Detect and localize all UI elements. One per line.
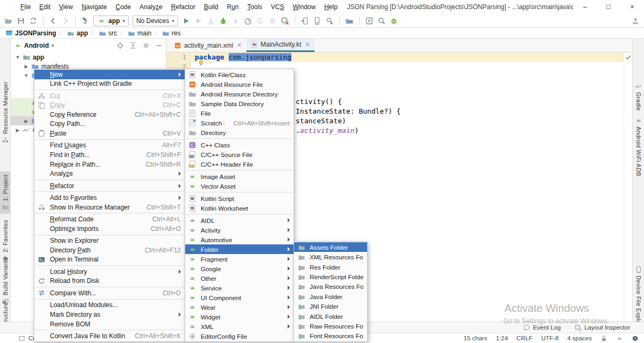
menu-view[interactable]: View — [55, 0, 77, 14]
status-item-15-chars[interactable]: 15 chars — [464, 335, 487, 341]
layout-inspector-tab[interactable]: Layout Inspector — [575, 324, 630, 331]
menu-item-local-history[interactable]: Local History — [34, 267, 185, 277]
menu-item-file[interactable]: File — [185, 108, 294, 118]
save-all-icon[interactable] — [17, 17, 25, 25]
hide-icon[interactable] — [155, 42, 163, 49]
locate-icon[interactable] — [116, 42, 124, 49]
menu-item-kotlin-file-class[interactable]: Kotlin File/Class — [185, 70, 294, 79]
menu-item-aidl-folder[interactable]: AIDL Folder — [294, 311, 367, 321]
tool-window-tab-gradle[interactable]: Gradle — [633, 83, 644, 111]
menu-item-java-folder[interactable]: Java Folder — [294, 292, 367, 301]
menu-item-xml[interactable]: XML — [185, 322, 294, 331]
menu-item-folder[interactable]: Folder — [185, 244, 294, 254]
menu-item-android-resource-file[interactable]: <>Android Resource File — [185, 79, 294, 89]
menu-item-android-resource-directory[interactable]: Android Resource Directory — [185, 89, 294, 99]
gradle-sync-icon[interactable] — [281, 17, 289, 25]
back-icon[interactable] — [49, 17, 57, 25]
menu-item-show-in-explorer[interactable]: Show in Explorer — [34, 236, 185, 246]
open-file-icon[interactable] — [4, 17, 13, 25]
menu-item-assets-folder[interactable]: Assets Folder — [294, 242, 367, 252]
search-everywhere-icon[interactable] — [377, 17, 386, 25]
menu-item-c-class[interactable]: CC++ Class — [185, 140, 294, 150]
tool-window-tab-2-favorites[interactable]: 2: Favorites — [0, 220, 10, 262]
menu-refactor[interactable]: Refactor — [167, 0, 200, 14]
user-icon[interactable] — [631, 17, 640, 25]
build-hammer-icon[interactable] — [81, 17, 90, 25]
menu-item-convert-java-file-to-kotlin-file[interactable]: Convert Java File to Kotlin FileCtrl+Alt… — [34, 331, 185, 341]
menu-item-renderscript-folder[interactable]: RenderScript Folder — [294, 272, 367, 281]
menu-vcs[interactable]: VCS — [267, 0, 289, 14]
menu-item-open-in-terminal[interactable]: Open in Terminal — [34, 255, 185, 265]
menu-item-find-in-path[interactable]: Find in Path...Ctrl+Shift+F — [34, 150, 185, 160]
menu-item-activity[interactable]: Activity — [185, 225, 294, 235]
collapse-all-icon[interactable] — [129, 42, 137, 49]
menu-item-wear[interactable]: Wear — [185, 302, 294, 312]
close-tab-icon[interactable]: ✕ — [237, 42, 241, 49]
chevron-right-icon[interactable]: ▶ — [15, 128, 20, 133]
menu-code[interactable]: Code — [111, 0, 135, 14]
menu-file[interactable]: File — [16, 0, 35, 14]
menu-item-optimize-imports[interactable]: Optimize ImportsCtrl+Alt+O — [34, 224, 185, 234]
project-view-selector[interactable]: Android — [24, 42, 49, 49]
tool-window-tab-android-wifi-adb[interactable]: Android WiFi ADB — [633, 117, 644, 176]
attach-debugger-icon[interactable] — [231, 17, 240, 25]
breadcrumb-item-jsonparsing[interactable]: JSONParsing — [5, 29, 56, 37]
device-selector[interactable]: No Devices▾ — [133, 16, 178, 26]
tree-item-app[interactable]: ▼app — [11, 53, 166, 62]
menu-item-paste[interactable]: PasteCtrl+V — [34, 129, 185, 138]
menu-item-copy-reference[interactable]: Copy ReferenceCtrl+Alt+Shift+C — [34, 110, 185, 120]
device-inspect-icon[interactable] — [313, 17, 321, 25]
menu-item-analyze[interactable]: Analyze — [34, 169, 185, 178]
menu-item-editorconfig-file[interactable]: EditorConfig File — [185, 331, 294, 341]
menu-item-copy[interactable]: CopyCtrl+C — [34, 101, 185, 110]
breadcrumb-item-src[interactable]: src — [99, 29, 117, 37]
chevron-down-icon[interactable]: ▼ — [15, 55, 20, 60]
breadcrumb-item-app[interactable]: app — [67, 29, 88, 37]
menu-item-fragment[interactable]: Fragment — [185, 254, 294, 264]
minimize-button[interactable]: – — [573, 0, 597, 14]
forward-icon[interactable] — [61, 17, 70, 25]
rerun-icon[interactable] — [194, 17, 203, 25]
menu-item-automotive[interactable]: Automotive — [185, 235, 294, 244]
chevron-down-icon[interactable]: ▼ — [24, 73, 29, 78]
menu-item-load-unload-modules[interactable]: Load/Unload Modules... — [34, 301, 185, 310]
debug-icon[interactable] — [219, 17, 228, 25]
menu-item-image-asset[interactable]: Image Asset — [185, 172, 294, 181]
menu-item-raw-resources-folder[interactable]: Raw Resources Folder — [294, 321, 367, 331]
menu-item-kotlin-script[interactable]: Kotlin Script — [185, 193, 294, 203]
menu-item-show-in-resource-manager[interactable]: Show In Resource ManagerCtrl+Shift+T — [34, 203, 185, 212]
settings-icon[interactable] — [142, 42, 150, 49]
stop-icon[interactable] — [268, 17, 277, 25]
menu-item-scratch-file[interactable]: Scratch FileCtrl+Alt+Shift+Insert — [185, 118, 294, 128]
status-item-1-24[interactable]: 1:24 — [496, 335, 508, 341]
menu-item-link-c-project-with-gradle[interactable]: Link C++ Project with Gradle — [34, 79, 185, 89]
run-configuration-selector[interactable]: app▾ — [93, 16, 129, 26]
menu-item-new[interactable]: New — [34, 70, 185, 79]
sync-icon[interactable] — [29, 17, 38, 25]
menu-item-c-c-source-file[interactable]: C++C/C++ Source File — [185, 150, 294, 159]
menu-item-reformat-code[interactable]: Reformat CodeCtrl+Alt+L — [34, 214, 185, 224]
menu-item-add-to-favorites[interactable]: Add to Favorites — [34, 193, 185, 203]
close-tab-icon[interactable]: ✕ — [305, 41, 310, 48]
tool-window-tab-1-project[interactable]: 1: Project — [0, 172, 10, 214]
avd-manager-icon[interactable] — [301, 17, 309, 25]
menu-item-other[interactable]: Other — [185, 273, 294, 283]
menu-item-mark-directory-as[interactable]: Mark Directory as — [34, 310, 185, 319]
menu-tools[interactable]: Tools — [243, 0, 267, 14]
assistant-icon[interactable] — [390, 17, 398, 25]
menu-window[interactable]: Window — [288, 0, 320, 14]
sdk-manager-icon[interactable] — [325, 17, 334, 25]
menu-run[interactable]: Run — [223, 0, 243, 14]
menu-item-aidl[interactable]: AIDL — [185, 215, 294, 225]
menu-item-font-resources-folder[interactable]: Font Resources Folder — [294, 331, 367, 341]
menu-build[interactable]: Build — [200, 0, 223, 14]
event-log-tab[interactable]: Event Log — [523, 324, 561, 331]
profile-icon[interactable] — [244, 17, 252, 25]
menu-analyze[interactable]: Analyze — [135, 0, 167, 14]
apply-changes-icon[interactable] — [207, 17, 215, 25]
menu-help[interactable]: Help — [320, 0, 342, 14]
tab-activity-main-xml[interactable]: <> activity_main.xml ✕ — [170, 39, 246, 52]
notify-icon[interactable] — [632, 335, 639, 342]
menu-item-java-resources-folder[interactable]: Java Resources Folder — [294, 282, 367, 292]
device-explorer-icon[interactable] — [345, 17, 354, 25]
